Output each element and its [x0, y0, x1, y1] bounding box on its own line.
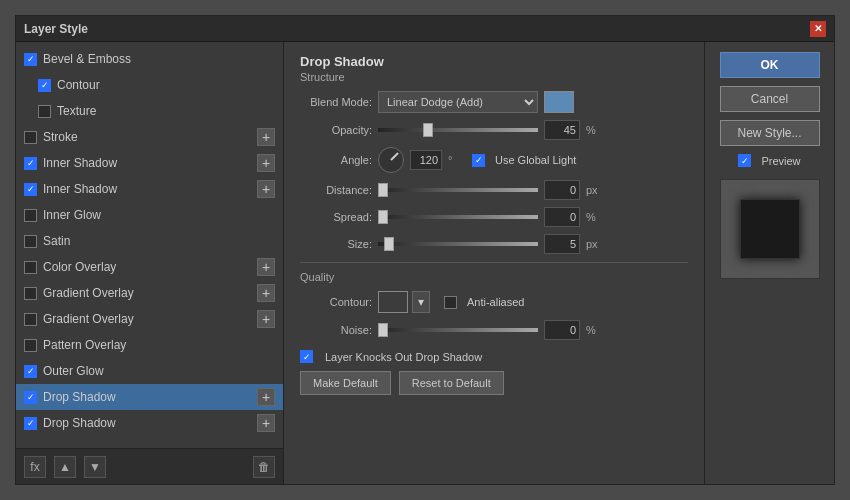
spread-input[interactable] — [544, 207, 580, 227]
layer-item-color-overlay[interactable]: Color Overlay+ — [16, 254, 283, 280]
checkbox-inner-shadow-1[interactable] — [24, 157, 37, 170]
section-title: Drop Shadow — [300, 54, 688, 69]
checkbox-color-overlay[interactable] — [24, 261, 37, 274]
distance-thumb[interactable] — [378, 183, 388, 197]
close-button[interactable]: ✕ — [810, 21, 826, 37]
ok-button[interactable]: OK — [720, 52, 820, 78]
angle-input[interactable] — [410, 150, 442, 170]
layer-item-contour[interactable]: Contour — [16, 72, 283, 98]
layer-item-drop-shadow-1[interactable]: Drop Shadow+ — [16, 384, 283, 410]
layer-item-inner-shadow-2[interactable]: Inner Shadow+ — [16, 176, 283, 202]
layer-item-texture[interactable]: Texture — [16, 98, 283, 124]
checkbox-drop-shadow-1[interactable] — [24, 391, 37, 404]
size-input[interactable] — [544, 234, 580, 254]
contour-label: Contour: — [300, 296, 372, 308]
checkbox-stroke[interactable] — [24, 131, 37, 144]
distance-unit: px — [586, 184, 604, 196]
contour-dropdown-arrow[interactable]: ▾ — [412, 291, 430, 313]
size-unit: px — [586, 238, 604, 250]
spread-slider[interactable] — [378, 215, 538, 219]
right-panel: OK Cancel New Style... Preview — [704, 42, 834, 484]
distance-slider[interactable] — [378, 188, 538, 192]
noise-row: Noise: % — [300, 320, 688, 340]
left-bottom-bar: fx ▲ ▼ 🗑 — [16, 448, 283, 484]
preview-canvas — [720, 179, 820, 279]
size-slider[interactable] — [378, 242, 538, 246]
opacity-unit: % — [586, 124, 604, 136]
add-btn-drop-shadow-2[interactable]: + — [257, 414, 275, 432]
checkbox-texture[interactable] — [38, 105, 51, 118]
noise-thumb[interactable] — [378, 323, 388, 337]
fx-button[interactable]: fx — [24, 456, 46, 478]
spread-thumb[interactable] — [378, 210, 388, 224]
angle-dial[interactable] — [378, 147, 404, 173]
anti-alias-checkbox[interactable] — [444, 296, 457, 309]
distance-label: Distance: — [300, 184, 372, 196]
add-btn-gradient-overlay-2[interactable]: + — [257, 310, 275, 328]
delete-button[interactable]: 🗑 — [253, 456, 275, 478]
layer-item-satin[interactable]: Satin — [16, 228, 283, 254]
sub-title: Structure — [300, 71, 688, 83]
checkbox-contour[interactable] — [38, 79, 51, 92]
checkbox-bevel-emboss[interactable] — [24, 53, 37, 66]
add-btn-color-overlay[interactable]: + — [257, 258, 275, 276]
noise-slider[interactable] — [378, 328, 538, 332]
knock-out-label: Layer Knocks Out Drop Shadow — [325, 351, 482, 363]
distance-input[interactable] — [544, 180, 580, 200]
noise-label: Noise: — [300, 324, 372, 336]
distance-row: Distance: px — [300, 180, 688, 200]
label-contour: Contour — [57, 78, 275, 92]
add-btn-gradient-overlay-1[interactable]: + — [257, 284, 275, 302]
move-down-button[interactable]: ▼ — [84, 456, 106, 478]
layer-item-pattern-overlay[interactable]: Pattern Overlay — [16, 332, 283, 358]
checkbox-pattern-overlay[interactable] — [24, 339, 37, 352]
angle-row: Angle: ° Use Global Light — [300, 147, 688, 173]
preview-inner — [740, 199, 800, 259]
layer-item-inner-glow[interactable]: Inner Glow — [16, 202, 283, 228]
layer-item-outer-glow[interactable]: Outer Glow — [16, 358, 283, 384]
size-thumb[interactable] — [384, 237, 394, 251]
checkbox-outer-glow[interactable] — [24, 365, 37, 378]
color-swatch[interactable] — [544, 91, 574, 113]
use-global-light-checkbox[interactable] — [472, 154, 485, 167]
layer-item-drop-shadow-2[interactable]: Drop Shadow+ — [16, 410, 283, 436]
checkbox-gradient-overlay-2[interactable] — [24, 313, 37, 326]
use-global-light-label: Use Global Light — [495, 154, 576, 166]
checkbox-satin[interactable] — [24, 235, 37, 248]
knock-out-checkbox[interactable] — [300, 350, 313, 363]
layer-item-bevel-emboss[interactable]: Bevel & Emboss — [16, 46, 283, 72]
layer-item-gradient-overlay-2[interactable]: Gradient Overlay+ — [16, 306, 283, 332]
move-up-button[interactable]: ▲ — [54, 456, 76, 478]
checkbox-drop-shadow-2[interactable] — [24, 417, 37, 430]
contour-row: Contour: ▾ Anti-aliased — [300, 291, 688, 313]
opacity-input[interactable] — [544, 120, 580, 140]
make-default-button[interactable]: Make Default — [300, 371, 391, 395]
add-btn-stroke[interactable]: + — [257, 128, 275, 146]
layer-item-gradient-overlay-1[interactable]: Gradient Overlay+ — [16, 280, 283, 306]
checkbox-gradient-overlay-1[interactable] — [24, 287, 37, 300]
add-btn-inner-shadow-1[interactable]: + — [257, 154, 275, 172]
layer-item-stroke[interactable]: Stroke+ — [16, 124, 283, 150]
preview-checkbox[interactable] — [738, 154, 751, 167]
reset-to-default-button[interactable]: Reset to Default — [399, 371, 504, 395]
add-btn-inner-shadow-2[interactable]: + — [257, 180, 275, 198]
use-global-light-row: Use Global Light — [472, 154, 576, 167]
noise-unit: % — [586, 324, 604, 336]
angle-label: Angle: — [300, 154, 372, 166]
label-color-overlay: Color Overlay — [43, 260, 257, 274]
new-style-button[interactable]: New Style... — [720, 120, 820, 146]
checkbox-inner-glow[interactable] — [24, 209, 37, 222]
add-btn-drop-shadow-1[interactable]: + — [257, 388, 275, 406]
noise-input[interactable] — [544, 320, 580, 340]
layer-item-inner-shadow-1[interactable]: Inner Shadow+ — [16, 150, 283, 176]
blend-mode-select[interactable]: Linear Dodge (Add) Normal Multiply Scree… — [378, 91, 538, 113]
label-gradient-overlay-1: Gradient Overlay — [43, 286, 257, 300]
opacity-thumb[interactable] — [423, 123, 433, 137]
checkbox-inner-shadow-2[interactable] — [24, 183, 37, 196]
spread-unit: % — [586, 211, 604, 223]
label-texture: Texture — [57, 104, 275, 118]
opacity-slider[interactable] — [378, 128, 538, 132]
contour-thumbnail[interactable] — [378, 291, 408, 313]
cancel-button[interactable]: Cancel — [720, 86, 820, 112]
dialog-body: Bevel & EmbossContourTextureStroke+Inner… — [16, 42, 834, 484]
